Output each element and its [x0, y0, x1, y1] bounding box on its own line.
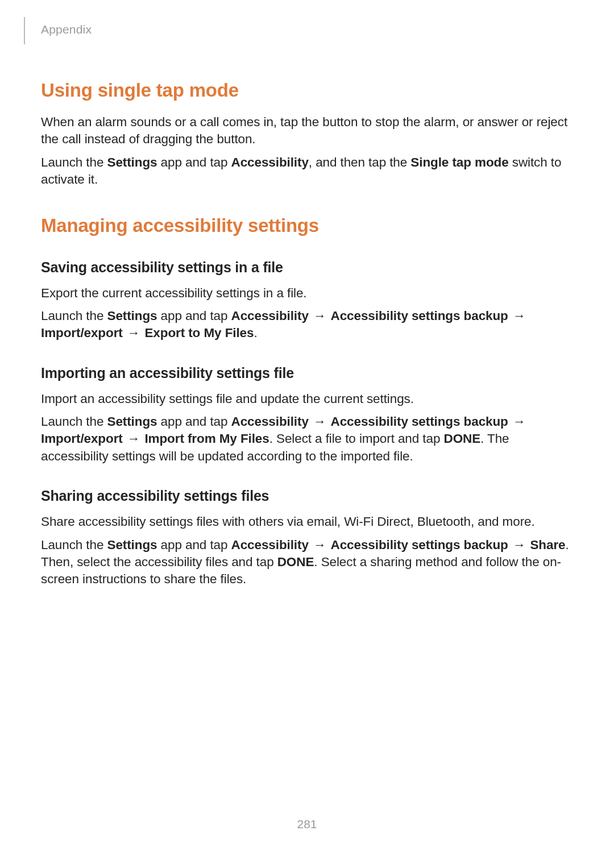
text: Launch the [41, 538, 107, 552]
arrow-icon: → [309, 538, 331, 552]
bold-import-my-files: Import from My Files [144, 431, 269, 446]
arrow-icon: → [508, 309, 527, 323]
bold-backup: Accessibility settings backup [331, 309, 508, 323]
text: . Select a file to import and tap [269, 431, 444, 446]
paragraph: When an alarm sounds or a call comes in,… [41, 114, 573, 148]
page-header: Appendix [41, 17, 573, 47]
bold-accessibility: Accessibility [231, 155, 309, 169]
paragraph: Share accessibility settings files with … [41, 513, 573, 530]
bold-done: DONE [277, 555, 314, 569]
heading-using-single-tap: Using single tap mode [41, 80, 573, 101]
arrow-icon: → [309, 414, 331, 429]
arrow-icon: → [508, 414, 527, 429]
bold-settings: Settings [107, 155, 157, 169]
bold-backup: Accessibility settings backup [331, 414, 508, 429]
text: app and tap [157, 309, 231, 323]
bold-export-my-files: Export to My Files [144, 326, 254, 340]
arrow-icon: → [123, 326, 145, 340]
arrow-icon: → [508, 538, 530, 552]
bold-settings: Settings [107, 538, 157, 552]
paragraph: Launch the Settings app and tap Accessib… [41, 537, 573, 588]
text: , and then tap the [309, 155, 411, 169]
subheading-saving: Saving accessibility settings in a file [41, 259, 573, 276]
subheading-sharing: Sharing accessibility settings files [41, 488, 573, 504]
paragraph: Launch the Settings app and tap Accessib… [41, 308, 573, 342]
text: Launch the [41, 414, 107, 429]
bold-accessibility: Accessibility [231, 309, 309, 323]
bold-done: DONE [443, 431, 480, 446]
text: . [254, 326, 257, 340]
arrow-icon: → [309, 309, 331, 323]
bold-accessibility: Accessibility [231, 538, 309, 552]
text: app and tap [157, 538, 231, 552]
header-rule [24, 17, 25, 44]
document-page: Appendix Using single tap mode When an a… [0, 0, 614, 588]
arrow-icon: → [123, 431, 145, 446]
heading-managing-accessibility: Managing accessibility settings [41, 215, 573, 236]
bold-import-export: Import/export [41, 326, 123, 340]
section-label: Appendix [41, 23, 92, 36]
bold-import-export: Import/export [41, 431, 123, 446]
bold-backup: Accessibility settings backup [331, 538, 508, 552]
subheading-importing: Importing an accessibility settings file [41, 365, 573, 381]
paragraph: Launch the Settings app and tap Accessib… [41, 413, 573, 465]
paragraph: Import an accessibility settings file an… [41, 391, 573, 408]
bold-share: Share [530, 538, 565, 552]
text: app and tap [157, 155, 231, 169]
page-number: 281 [0, 817, 614, 831]
text: Launch the [41, 309, 107, 323]
paragraph: Export the current accessibility setting… [41, 285, 573, 302]
bold-single-tap-mode: Single tap mode [410, 155, 508, 169]
bold-accessibility: Accessibility [231, 414, 309, 429]
bold-settings: Settings [107, 309, 157, 323]
text: Launch the [41, 155, 107, 169]
text: app and tap [157, 414, 231, 429]
paragraph: Launch the Settings app and tap Accessib… [41, 154, 573, 189]
bold-settings: Settings [107, 414, 157, 429]
